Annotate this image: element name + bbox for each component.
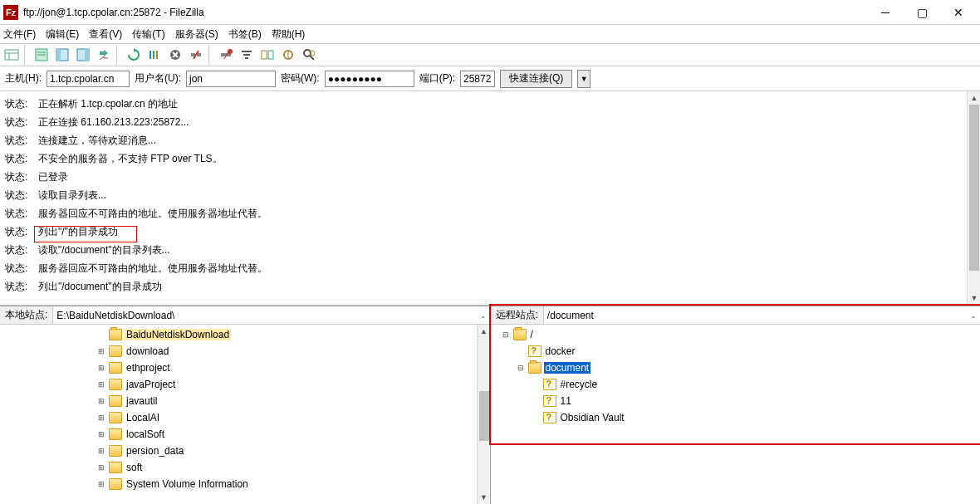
scroll-down-icon[interactable]: ▼ <box>968 291 980 305</box>
log-status-label: 状态: <box>5 168 38 186</box>
folder-icon <box>109 428 122 440</box>
filter-icon[interactable] <box>237 45 257 65</box>
sync-browse-icon[interactable] <box>278 45 298 65</box>
log-scrollbar[interactable]: ▲ ▼ <box>967 91 980 305</box>
local-site-label: 本地站点: <box>0 306 53 324</box>
menu-file[interactable]: 文件(F) <box>3 27 36 42</box>
toggle-queue-icon[interactable] <box>94 45 114 65</box>
expand-icon[interactable]: ⊞ <box>96 413 106 422</box>
scroll-up-icon[interactable]: ▲ <box>478 325 491 338</box>
tree-item[interactable]: ⊞soft <box>0 459 490 476</box>
cancel-icon[interactable] <box>165 45 185 65</box>
tree-item[interactable]: docker <box>491 343 981 360</box>
disconnect-icon[interactable] <box>186 45 206 65</box>
log-message: 服务器回应不可路由的地址。使用服务器地址代替。 <box>38 259 267 277</box>
search-icon[interactable] <box>299 45 319 65</box>
tree-item[interactable]: ⊞javautil <box>0 393 490 409</box>
quickconnect-dropdown[interactable]: ▼ <box>577 70 590 88</box>
expand-icon[interactable]: ⊟ <box>516 364 526 372</box>
expand-icon[interactable]: ⊞ <box>96 480 106 488</box>
expand-icon[interactable]: ⊞ <box>96 364 106 372</box>
log-status-label: 状态: <box>5 186 38 204</box>
expand-icon[interactable]: ⊞ <box>96 397 106 405</box>
tree-item[interactable]: BaiduNetdiskDownload <box>0 326 490 343</box>
minimize-button[interactable]: ─ <box>867 1 904 24</box>
local-tree[interactable]: BaiduNetdiskDownload⊞download⊞ethproject… <box>0 325 490 504</box>
expand-icon[interactable]: ⊞ <box>96 380 106 389</box>
expand-icon[interactable]: ⊞ <box>96 447 106 455</box>
tree-item-label: ethproject <box>125 362 172 374</box>
tree-item[interactable]: 11 <box>491 393 981 409</box>
refresh-icon[interactable] <box>124 45 144 65</box>
scroll-down-icon[interactable]: ▼ <box>478 491 491 504</box>
svg-rect-7 <box>56 49 61 61</box>
folder-icon <box>109 379 122 390</box>
expand-icon[interactable]: ⊞ <box>96 347 106 355</box>
host-input[interactable] <box>47 71 130 87</box>
log-message: 服务器回应不可路由的地址。使用服务器地址代替。 <box>38 204 267 223</box>
log-message: 连接建立，等待欢迎消息... <box>38 131 156 149</box>
log-message: 读取目录列表... <box>38 186 106 204</box>
tree-item[interactable]: ⊟document <box>491 360 981 376</box>
folder-icon <box>528 345 541 357</box>
local-path-input[interactable] <box>53 306 476 324</box>
reconnect-icon[interactable] <box>216 45 236 65</box>
local-scrollbar[interactable]: ▲ ▼ <box>477 325 490 504</box>
log-status-label: 状态: <box>5 277 38 296</box>
scroll-thumb[interactable] <box>969 105 979 271</box>
tree-item[interactable]: Obsidian Vault <box>491 409 981 426</box>
pass-input[interactable] <box>325 71 414 87</box>
tree-item[interactable]: #recycle <box>491 376 981 393</box>
port-input[interactable] <box>460 71 495 87</box>
local-path-dropdown[interactable]: ⌄ <box>477 311 490 320</box>
tree-item-label: System Volume Information <box>125 478 250 490</box>
menu-view[interactable]: 查看(V) <box>89 27 122 42</box>
compare-icon[interactable] <box>257 45 277 65</box>
expand-icon[interactable]: ⊟ <box>501 330 511 339</box>
svg-rect-0 <box>5 50 18 60</box>
tree-item-label: persion_data <box>125 445 185 457</box>
tree-item[interactable]: ⊞LocalAI <box>0 409 490 426</box>
scroll-thumb[interactable] <box>479 391 489 441</box>
toggle-local-tree-icon[interactable] <box>52 45 72 65</box>
remote-path-dropdown[interactable]: ⌄ <box>967 311 980 320</box>
svg-rect-25 <box>262 51 267 59</box>
tree-item-label: Obsidian Vault <box>559 412 626 423</box>
expand-icon[interactable]: ⊞ <box>96 430 106 438</box>
remote-tree[interactable]: ⊟/docker⊟document#recycle11Obsidian Vaul… <box>491 325 981 504</box>
tree-item[interactable]: ⊞download <box>0 343 490 360</box>
tree-item[interactable]: ⊟/ <box>491 326 981 343</box>
tree-item[interactable]: ⊞ethproject <box>0 360 490 376</box>
svg-line-30 <box>310 56 314 60</box>
menu-server[interactable]: 服务器(S) <box>175 27 218 42</box>
menu-edit[interactable]: 编辑(E) <box>46 27 79 42</box>
tree-item[interactable]: ⊞System Volume Information <box>0 476 490 492</box>
toggle-log-icon[interactable] <box>32 45 51 65</box>
window-title: ftp://jon@1.tcp.cpolar.cn:25872 - FileZi… <box>23 7 867 18</box>
tree-item-label: #recycle <box>559 379 600 390</box>
expand-icon[interactable]: ⊞ <box>96 463 106 472</box>
tree-item[interactable]: ⊞javaProject <box>0 376 490 393</box>
user-input[interactable] <box>186 71 276 87</box>
scroll-up-icon[interactable]: ▲ <box>968 91 980 105</box>
tree-item-label: / <box>529 329 535 340</box>
quickconnect-button[interactable]: 快速连接(Q) <box>500 70 572 88</box>
menu-help[interactable]: 帮助(H) <box>272 27 306 42</box>
svg-point-21 <box>228 49 233 54</box>
process-queue-icon[interactable] <box>145 45 164 65</box>
log-pane[interactable]: 状态:正在解析 1.tcp.cpolar.cn 的地址状态:正在连接 61.16… <box>0 91 980 306</box>
tree-item[interactable]: ⊞localSoft <box>0 426 490 443</box>
log-message: 读取"/document"的目录列表... <box>38 241 170 259</box>
menu-transfer[interactable]: 传输(T) <box>132 27 164 42</box>
remote-path-input[interactable] <box>544 306 967 324</box>
sitemanager-icon[interactable] <box>2 45 22 65</box>
user-label: 用户名(U): <box>135 71 181 86</box>
toolbar <box>0 43 980 66</box>
tree-item-label: javautil <box>125 395 159 407</box>
maximize-button[interactable]: ▢ <box>904 1 940 24</box>
tree-item[interactable]: ⊞persion_data <box>0 443 490 459</box>
menu-bookmarks[interactable]: 书签(B) <box>228 27 262 42</box>
file-panes: 本地站点: ⌄ BaiduNetdiskDownload⊞download⊞et… <box>0 306 980 504</box>
toggle-remote-tree-icon[interactable] <box>73 45 93 65</box>
close-button[interactable]: ✕ <box>940 1 977 24</box>
